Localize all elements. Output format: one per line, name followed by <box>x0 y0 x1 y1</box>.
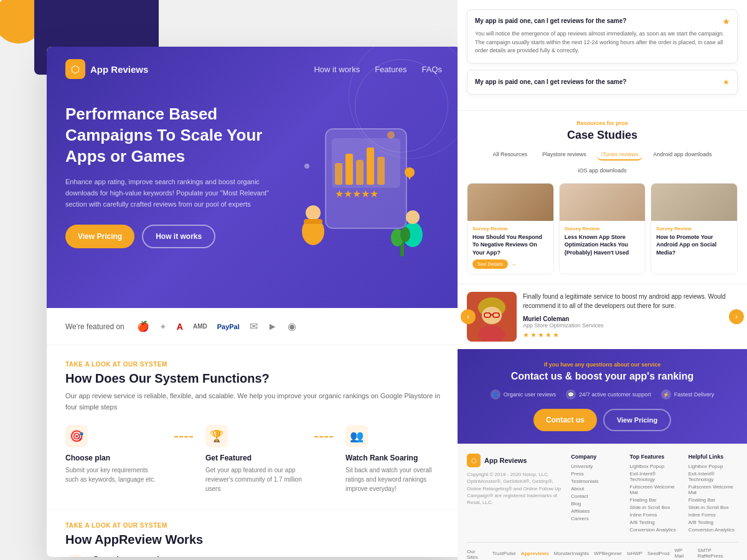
contact-us-button[interactable]: Contact us <box>533 409 597 431</box>
tab-android[interactable]: Android app downloads <box>648 149 716 161</box>
footer-link-careers[interactable]: Careers <box>571 516 620 521</box>
star-3: ★ <box>538 331 544 339</box>
featured-icon-play: ► <box>268 321 278 332</box>
cs-card-body-3: Survey Review How to Promote Your Androi… <box>651 221 737 262</box>
footer-link-blog[interactable]: Blog <box>571 501 620 506</box>
case-studies-tabs: All Resources Playstore reviews iTunes r… <box>467 149 738 175</box>
footer-link-exit-intent[interactable]: Exit-Intent® Technology <box>630 471 679 482</box>
footer-link-slidein[interactable]: Slide-in Scroll Box <box>630 505 679 510</box>
footer-helpful-link-2[interactable]: Exit-Intent® Technology <box>688 471 738 482</box>
see-details-arrow: → <box>510 261 517 268</box>
step-title-3: Watch Rank Soaring <box>345 454 442 462</box>
cs-img-2 <box>560 184 646 221</box>
site-smtp[interactable]: SMTP RafflePress <box>698 548 738 559</box>
footer-link-fullscreen[interactable]: Fullscreen Welcome Mat <box>630 484 679 495</box>
footer-link-lightbox[interactable]: Lightbox Popup <box>630 464 679 469</box>
footer-link-conversion[interactable]: Conversion Analytics <box>630 527 679 533</box>
footer-copyright: Copyright © 2018 - 2020 Notop, LLC. Opti… <box>467 471 561 506</box>
hero-svg: ★★★★★ <box>294 116 431 266</box>
footer-helpful-link-5[interactable]: Slide-in Scroll Box <box>688 505 738 510</box>
testimonial-role: App Store Optimization Services <box>523 322 738 329</box>
how-it-works-button[interactable]: How it works <box>142 225 215 248</box>
site-seedprod[interactable]: SeedProd <box>647 551 670 556</box>
svg-rect-7 <box>377 157 385 185</box>
featured-icons-list: 🍎 ✦ A AMD PayPal ✉ ► ◉ <box>137 320 296 332</box>
footer-logo: ⬡ App Reviews <box>467 454 561 467</box>
cs-card-1: Survey Review How Should You Respond To … <box>467 183 554 275</box>
cta-view-pricing-button[interactable]: View Pricing <box>603 409 671 431</box>
footer-link-floating[interactable]: Floating Bar <box>630 497 679 503</box>
footer-link-affiliates[interactable]: Affiliates <box>571 508 620 514</box>
cs-card-title-2: Less Known App Store Optimization Hacks … <box>565 233 641 257</box>
featured-icon-github: ◉ <box>288 320 296 332</box>
footer-link-inline[interactable]: Inline Forms <box>630 512 679 518</box>
footer-link-testimonials[interactable]: Testimonials <box>571 478 620 484</box>
site-trustpulse[interactable]: TrustPulse <box>492 551 516 556</box>
svg-point-22 <box>482 307 502 324</box>
see-details-button[interactable]: See Details <box>472 259 508 269</box>
hero-description: Enhance app rating, improve search ranki… <box>65 177 273 210</box>
faq-question-2: My app is paid one, can I get reviews fo… <box>475 78 626 85</box>
cta-tag: If you have any questions about our serv… <box>467 362 738 368</box>
featured-section: We're featured on 🍎 ✦ A AMD PayPal ✉ ► ◉ <box>47 308 461 345</box>
site-appreviews[interactable]: Appreviews <box>521 551 549 556</box>
footer-helpful-link-4[interactable]: Floating Bar <box>688 497 738 503</box>
faq-answer-1: You will notice the emergence of app rev… <box>475 30 730 55</box>
cs-card-body-2: Survey Review Less Known App Store Optim… <box>560 221 646 262</box>
tab-playstore[interactable]: Playstore reviews <box>537 149 591 161</box>
cs-card-title-3: How to Promote Your Android App on Socia… <box>656 233 732 257</box>
main-website-panel: ⬡ App Reviews How it works Features FAQs… <box>47 47 461 557</box>
view-pricing-button[interactable]: View Pricing <box>65 225 134 248</box>
tab-ios[interactable]: iOS app downloads <box>573 166 631 175</box>
footer-our-sites: Our Sites TrustPulse Appreviews MonsterI… <box>467 548 738 560</box>
testimonial-prev-button[interactable]: ‹ <box>461 309 476 324</box>
footer-link-about[interactable]: About <box>571 486 620 492</box>
site-ishwp[interactable]: IsHWP <box>627 551 642 556</box>
cs-card-2: Survey Review Less Known App Store Optim… <box>559 183 646 275</box>
svg-rect-6 <box>367 147 374 185</box>
step-connector-1 <box>174 436 193 437</box>
how-appreviews-tag: Take a look at our system <box>65 522 442 529</box>
footer-col-company: Company University Press Testimonials Ab… <box>571 454 620 534</box>
testimonial-section: ‹ Finally found a legitimate service to … <box>458 284 747 349</box>
svg-point-9 <box>306 205 321 220</box>
featured-label: We're featured on <box>65 322 125 331</box>
site-monsterinsights[interactable]: MonsterInsights <box>554 551 589 556</box>
steps-grid: 🎯 Choose plan Submit your key requiremen… <box>65 425 442 493</box>
svg-rect-10 <box>304 219 322 224</box>
faq-question-1: My app is paid one, can I get reviews fo… <box>475 17 730 26</box>
right-panel: My app is paid one, can I get reviews fo… <box>458 0 747 560</box>
footer-helpful-link-6[interactable]: Inline Forms <box>688 512 738 518</box>
footer-logo-icon: ⬡ <box>467 454 481 467</box>
svg-rect-4 <box>345 154 353 185</box>
how-system-desc: Our app review service is reliable, flex… <box>65 391 442 413</box>
hero-section: ⬡ App Reviews How it works Features FAQs… <box>47 47 461 308</box>
tab-all-resources[interactable]: All Resources <box>488 149 533 161</box>
cs-card-tag-3: Survey Review <box>656 226 732 231</box>
logo[interactable]: ⬡ App Reviews <box>65 59 148 79</box>
cs-img-3 <box>651 184 737 221</box>
tab-itunes[interactable]: iTunes reviews <box>596 149 644 161</box>
cta-features: 👤 Organic user reviews 💬 24/7 active cus… <box>467 390 738 399</box>
footer-helpful-link-7[interactable]: A/B Testing <box>688 520 738 525</box>
cs-img-1 <box>467 184 553 221</box>
footer-link-university[interactable]: University <box>571 464 620 469</box>
case-studies-tag: Resources for pros <box>467 120 738 126</box>
footer-helpful-link-8[interactable]: Conversion Analytics <box>688 527 738 533</box>
footer-link-press[interactable]: Press <box>571 471 620 477</box>
site-wpbeginner[interactable]: WPBeginner <box>594 551 622 556</box>
footer-helpful-link-3[interactable]: Fullscreen Welcome Mat <box>688 484 738 495</box>
footer-helpful-link-1[interactable]: Lightbox Popup <box>688 464 738 469</box>
organic-reviews-item: 👤 Organic user reviews If you aren't sat… <box>65 554 442 557</box>
svg-rect-3 <box>335 163 342 185</box>
cs-card-3: Survey Review How to Promote Your Androi… <box>651 183 738 275</box>
footer-link-abtesting[interactable]: A/B Testing <box>630 520 679 525</box>
footer-col-features: Top Features Lightbox Popup Exit-Intent®… <box>630 454 679 534</box>
footer-top: ⬡ App Reviews Copyright © 2018 - 2020 No… <box>467 454 738 534</box>
svg-point-16 <box>387 131 395 139</box>
footer-brand: ⬡ App Reviews Copyright © 2018 - 2020 No… <box>467 454 561 534</box>
testimonial-next-button[interactable]: › <box>729 309 744 324</box>
site-wpmail[interactable]: WP Mail <box>674 548 692 559</box>
footer-link-contact[interactable]: Contact <box>571 493 620 499</box>
organic-icon: 👤 <box>65 554 85 557</box>
